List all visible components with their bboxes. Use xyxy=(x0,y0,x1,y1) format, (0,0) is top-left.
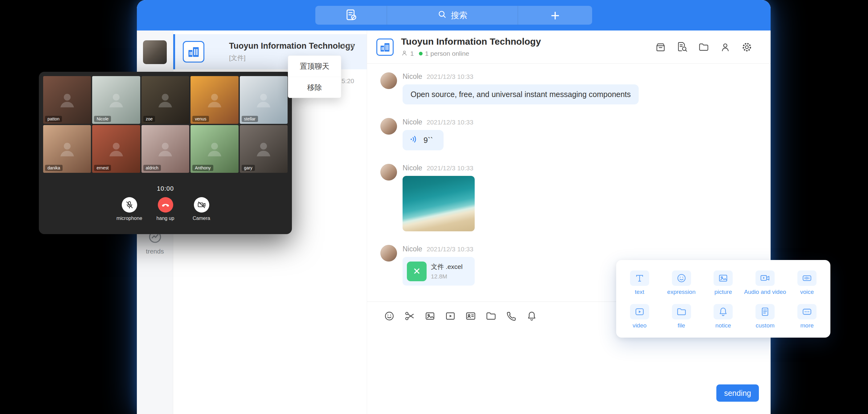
search-icon xyxy=(437,9,447,21)
avatar[interactable] xyxy=(380,72,397,89)
message-body: Nicole 2021/12/3 10:33 ✕ 文件 .excel 12.8M xyxy=(403,245,475,286)
custom-doc-icon xyxy=(755,304,775,319)
chat-history-search-button[interactable] xyxy=(676,41,688,53)
members-icon xyxy=(401,50,408,58)
participant-tile: venus xyxy=(190,76,238,124)
message-time: 2021/12/3 10:33 xyxy=(427,164,473,172)
conversation-context-menu: 置顶聊天 移除 xyxy=(288,56,341,98)
page-background: 搜索 + trends xyxy=(0,0,868,414)
settings-button[interactable] xyxy=(741,41,753,53)
picture-icon xyxy=(425,311,436,322)
avatar[interactable] xyxy=(380,118,397,135)
file-attachment-card[interactable]: ✕ 文件 .excel 12.8M xyxy=(403,257,475,286)
user-avatar[interactable] xyxy=(143,40,167,64)
participant-name: ernest xyxy=(94,165,111,171)
picture-icon xyxy=(714,270,733,286)
participant-name: patton xyxy=(45,116,62,122)
plus-icon: + xyxy=(551,8,559,23)
folder-icon xyxy=(486,311,497,322)
chat-header: Tuoyun Information Technology 1 1 person… xyxy=(367,31,771,64)
emoji-icon xyxy=(384,311,395,322)
notice-button[interactable] xyxy=(526,311,537,322)
notice-bell-icon xyxy=(714,304,733,319)
video-play-icon xyxy=(445,311,456,322)
avatar[interactable] xyxy=(380,245,397,261)
more-dots-icon xyxy=(798,304,816,319)
expression-icon xyxy=(672,270,691,286)
group-files-button[interactable] xyxy=(698,41,710,53)
topbar-pill: 搜索 + xyxy=(315,6,592,25)
chat-panel: Tuoyun Information Technology 1 1 person… xyxy=(367,31,771,414)
screenshot-button[interactable] xyxy=(404,311,415,322)
feature-video[interactable]: video xyxy=(619,300,660,333)
add-button[interactable]: + xyxy=(518,6,592,25)
microphone-label: microphone xyxy=(113,216,147,221)
camera-label: Camera xyxy=(185,216,219,221)
feature-audio-video[interactable]: Audio and video xyxy=(744,266,786,300)
beach-photo-thumbnail[interactable] xyxy=(403,176,475,231)
feature-custom[interactable]: custom xyxy=(744,300,786,333)
camera-toggle-button[interactable] xyxy=(194,197,209,213)
announcement-icon xyxy=(655,41,666,53)
chat-history-search-icon xyxy=(677,41,688,53)
id-card-icon xyxy=(465,311,476,322)
menu-item-pin-chat[interactable]: 置顶聊天 xyxy=(288,56,341,77)
hangup-control: hang up xyxy=(149,197,183,221)
message-feature-panel: text expression picture Audio and video … xyxy=(616,260,830,338)
chat-subtitle: 1 1 person online xyxy=(401,50,655,58)
menu-item-remove[interactable]: 移除 xyxy=(288,77,341,98)
scissors-icon xyxy=(404,311,415,322)
notes-button[interactable] xyxy=(315,6,387,25)
image-button[interactable] xyxy=(425,311,436,322)
conversation-time: 15:20 xyxy=(338,42,354,50)
participant-name: zoe xyxy=(143,116,155,122)
emoji-button[interactable] xyxy=(384,311,395,322)
text-bubble: Open source, free, and universal instant… xyxy=(403,85,639,104)
voice-bubble[interactable]: 9`` xyxy=(403,130,443,150)
video-button[interactable] xyxy=(445,311,456,322)
file-name: 文件 .excel xyxy=(431,262,463,271)
hang-up-button[interactable] xyxy=(158,197,173,213)
participant-grid: patton Nicole zoe venus stellar danika xyxy=(43,76,287,173)
message-author: Nicole xyxy=(403,72,422,81)
message-body: Nicole 2021/12/3 10:33 xyxy=(403,164,475,231)
trends-icon xyxy=(147,240,163,246)
chat-header-tools xyxy=(655,41,753,53)
voice-duration: 9`` xyxy=(424,136,433,145)
message-meta: Nicole 2021/12/3 10:33 xyxy=(403,164,475,172)
participant-name: Anthony xyxy=(192,165,213,171)
search-bar[interactable]: 搜索 xyxy=(387,6,518,25)
search-label: 搜索 xyxy=(451,10,468,21)
microphone-mute-button[interactable] xyxy=(122,197,137,213)
feature-picture[interactable]: picture xyxy=(702,266,744,300)
feature-notice[interactable]: notice xyxy=(702,300,744,333)
member-icon xyxy=(720,41,731,53)
group-call-overlay: patton Nicole zoe venus stellar danika xyxy=(39,72,292,234)
feature-voice[interactable]: voice xyxy=(786,266,828,300)
group-members-button[interactable] xyxy=(719,41,731,53)
message-author: Nicole xyxy=(403,245,422,253)
feature-text[interactable]: text xyxy=(619,266,660,300)
feature-file[interactable]: file xyxy=(660,300,703,333)
file-button[interactable] xyxy=(486,311,497,322)
microphone-control: microphone xyxy=(113,197,147,221)
participant-tile: zoe xyxy=(142,76,189,124)
contact-card-button[interactable] xyxy=(465,311,476,322)
call-controls: microphone hang up Camer xyxy=(43,197,287,221)
feature-more[interactable]: more xyxy=(786,300,828,333)
participant-name: gary xyxy=(242,165,255,171)
hang-up-icon xyxy=(161,200,170,210)
group-building-icon xyxy=(376,38,394,56)
note-edit-icon xyxy=(345,8,358,22)
announcement-button[interactable] xyxy=(655,41,666,53)
message-body: Nicole 2021/12/3 10:33 xyxy=(403,118,473,150)
feature-expression[interactable]: expression xyxy=(660,266,703,300)
participant-tile: Nicole xyxy=(92,76,140,124)
participant-tile: ernest xyxy=(92,125,140,173)
avatar[interactable] xyxy=(380,164,397,181)
send-button[interactable]: sending xyxy=(716,384,759,402)
group-building-icon xyxy=(183,41,204,63)
video-icon xyxy=(630,304,649,319)
call-button[interactable] xyxy=(506,311,517,322)
message-time: 2021/12/3 10:33 xyxy=(427,246,473,253)
